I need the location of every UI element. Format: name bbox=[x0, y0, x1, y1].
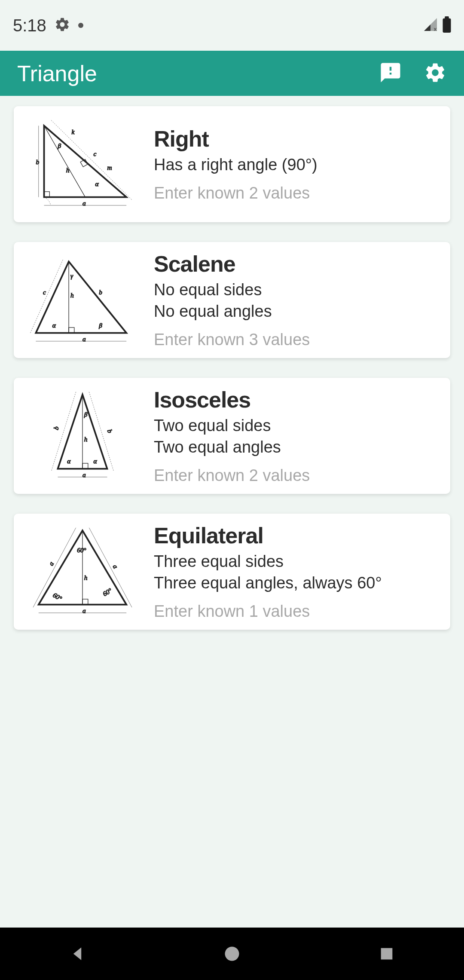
svg-text:a: a bbox=[112, 563, 120, 570]
battery-icon bbox=[443, 16, 451, 34]
card-isosceles-triangle[interactable]: b b a h β α α Isosceles Two equal sides … bbox=[14, 378, 450, 494]
svg-text:h: h bbox=[66, 166, 70, 174]
card-title: Isosceles bbox=[154, 387, 446, 413]
card-scalene-triangle[interactable]: c a b h γ α β Scalene No equal sides No … bbox=[14, 242, 450, 358]
dot-icon bbox=[78, 23, 83, 28]
svg-line-51 bbox=[89, 528, 132, 607]
svg-text:a: a bbox=[47, 560, 55, 567]
svg-text:x: x bbox=[434, 26, 437, 32]
svg-text:α: α bbox=[52, 322, 56, 329]
home-button[interactable] bbox=[215, 937, 249, 971]
svg-text:α: α bbox=[67, 457, 71, 465]
card-right-triangle[interactable]: b a c k h β α m Right Has a right angle … bbox=[14, 106, 450, 222]
card-hint: Enter known 1 values bbox=[154, 602, 446, 621]
card-hint: Enter known 2 values bbox=[154, 466, 446, 485]
status-bar: 5:18 x bbox=[0, 0, 464, 51]
svg-text:a: a bbox=[82, 199, 86, 207]
svg-line-14 bbox=[51, 120, 132, 200]
svg-text:c: c bbox=[43, 288, 46, 296]
svg-text:β: β bbox=[58, 142, 61, 149]
svg-point-52 bbox=[225, 947, 239, 961]
feedback-icon[interactable] bbox=[379, 61, 402, 86]
svg-text:b: b bbox=[36, 158, 39, 165]
svg-line-3 bbox=[44, 126, 85, 197]
svg-text:60°: 60° bbox=[77, 546, 86, 554]
svg-rect-1 bbox=[443, 18, 451, 33]
svg-text:h: h bbox=[70, 291, 74, 299]
app-bar: Triangle bbox=[0, 51, 464, 96]
svg-text:a: a bbox=[82, 607, 86, 614]
svg-text:60°: 60° bbox=[52, 591, 63, 602]
card-desc-line1: No equal sides bbox=[154, 279, 446, 300]
svg-line-38 bbox=[51, 392, 76, 472]
status-time: 5:18 bbox=[13, 16, 46, 35]
svg-text:β: β bbox=[84, 410, 88, 418]
svg-text:b: b bbox=[99, 288, 102, 296]
svg-rect-2 bbox=[445, 16, 449, 19]
diagram-equilateral: a a a h 60° 60° 60° bbox=[22, 522, 143, 621]
card-desc-line2: No equal angles bbox=[154, 301, 446, 322]
card-desc-line1: Two equal sides bbox=[154, 415, 446, 436]
svg-rect-53 bbox=[381, 948, 393, 960]
recent-button[interactable] bbox=[369, 937, 404, 971]
card-desc-line2: Three equal angles, always 60° bbox=[154, 573, 446, 594]
card-hint: Enter known 3 values bbox=[154, 331, 446, 349]
card-title: Equilateral bbox=[154, 523, 446, 548]
svg-text:b: b bbox=[106, 428, 114, 434]
svg-text:m: m bbox=[107, 164, 112, 171]
back-button[interactable] bbox=[60, 937, 95, 971]
svg-text:α: α bbox=[95, 180, 99, 187]
svg-text:γ: γ bbox=[70, 272, 73, 279]
svg-text:60°: 60° bbox=[101, 587, 113, 597]
svg-text:h: h bbox=[84, 435, 88, 443]
svg-line-27 bbox=[31, 259, 64, 333]
card-equilateral-triangle[interactable]: a a a h 60° 60° 60° Equilateral Three eq… bbox=[14, 514, 450, 630]
svg-text:h: h bbox=[84, 574, 88, 581]
navigation-bar bbox=[0, 928, 464, 980]
card-title: Right bbox=[154, 126, 446, 152]
signal-icon: x bbox=[423, 17, 438, 34]
diagram-scalene: c a b h γ α β bbox=[22, 251, 143, 349]
app-title: Triangle bbox=[17, 61, 97, 86]
svg-text:a: a bbox=[82, 471, 86, 478]
diagram-right: b a c k h β α m bbox=[22, 115, 143, 214]
svg-text:a: a bbox=[82, 335, 86, 343]
diagram-isosceles: b b a h β α α bbox=[22, 386, 143, 485]
content-area: b a c k h β α m Right Has a right angle … bbox=[0, 96, 464, 660]
card-desc-line2: Two equal angles bbox=[154, 437, 446, 458]
svg-text:b: b bbox=[52, 425, 60, 431]
svg-text:k: k bbox=[71, 128, 75, 135]
card-desc: Has a right angle (90°) bbox=[154, 154, 446, 175]
card-desc-line1: Three equal sides bbox=[154, 551, 446, 572]
card-hint: Enter known 2 values bbox=[154, 184, 446, 202]
svg-text:β: β bbox=[98, 322, 102, 329]
svg-text:c: c bbox=[94, 150, 97, 157]
settings-icon[interactable] bbox=[424, 61, 447, 86]
svg-text:α: α bbox=[94, 457, 98, 465]
gear-icon bbox=[54, 16, 70, 34]
card-title: Scalene bbox=[154, 251, 446, 277]
